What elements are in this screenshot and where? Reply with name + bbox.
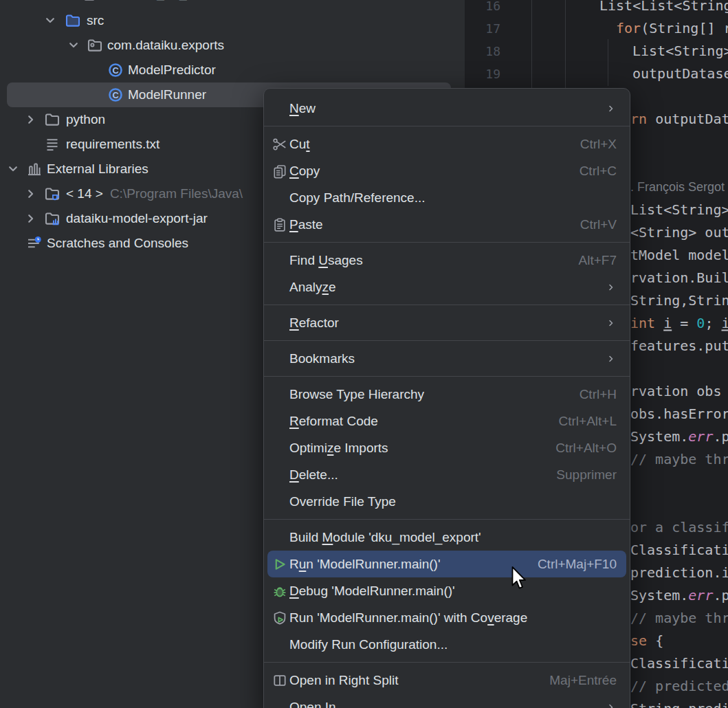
chevron-down-icon[interactable] xyxy=(43,8,58,33)
menu-item-open-in-right-split[interactable]: Open in Right SplitMaj+Entrée xyxy=(267,667,626,694)
code-token: // maybe thr xyxy=(630,451,728,467)
tree-item-label: < 14 >C:\Program Files\Java\ xyxy=(66,181,243,206)
chevron-right-icon[interactable] xyxy=(23,206,38,231)
code-line: or a classif xyxy=(630,516,728,539)
tree-item-pokemon-for-scoring-csv[interactable]: pokemon_for_scoring.csv xyxy=(0,0,465,5)
folder-src-icon xyxy=(65,8,81,33)
menu-item-browse-type-hierarchy[interactable]: Browse Type HierarchyCtrl+H xyxy=(267,381,626,408)
code-line: Classificati xyxy=(630,652,728,675)
code-line: System.err.p xyxy=(630,584,728,607)
menu-item-shortcut: Ctrl+Alt+L xyxy=(559,414,617,429)
code-token: se xyxy=(630,632,647,649)
tree-label-text: ModelRunner xyxy=(128,87,206,102)
code-line: rvation obs xyxy=(630,380,728,403)
chevron-down-icon[interactable] xyxy=(5,157,21,181)
menu-item-modify-run-configuration[interactable]: Modify Run Configuration... xyxy=(267,631,626,658)
code-line: String predi xyxy=(630,698,728,708)
code-token: features.put xyxy=(630,338,728,354)
line-number[interactable]: 19 xyxy=(465,67,500,81)
menu-separator xyxy=(264,515,630,524)
menu-item-copy[interactable]: CopyCtrl+C xyxy=(267,157,626,184)
code-line: List<String> xyxy=(630,199,728,221)
class-icon: C xyxy=(107,58,124,82)
code-line: se { xyxy=(630,630,663,652)
menu-item-new[interactable]: New xyxy=(267,95,626,122)
menu-item-cut[interactable]: CutCtrl+X xyxy=(267,131,626,157)
scissors-icon xyxy=(272,137,287,152)
menu-item-shortcut: Ctrl+Alt+O xyxy=(555,441,617,456)
line-number[interactable]: 17 xyxy=(465,21,500,36)
menu-item-override-file-type[interactable]: Override File Type xyxy=(267,488,626,515)
chevron-right-icon[interactable] xyxy=(23,107,38,132)
menu-item-shortcut: Maj+Entrée xyxy=(549,673,617,688)
menu-item-find-usages[interactable]: Find UsagesAlt+F7 xyxy=(267,247,626,274)
line-number[interactable]: 16 xyxy=(465,0,500,13)
menu-item-paste[interactable]: PasteCtrl+V xyxy=(267,211,626,238)
code-line: for(String[] row xyxy=(616,17,728,40)
menu-item-optimize-imports[interactable]: Optimize ImportsCtrl+Alt+O xyxy=(267,434,626,461)
split-icon xyxy=(272,673,287,688)
tree-item-label: pokemon_for_scoring.csv xyxy=(103,0,252,5)
chevron-down-icon[interactable] xyxy=(66,33,81,58)
menu-item-delete[interactable]: Delete...Supprimer xyxy=(267,461,626,488)
tree-label-text: requirements.txt xyxy=(66,137,159,152)
code-token: .p xyxy=(713,587,728,604)
menu-item-bookmarks[interactable]: Bookmarks xyxy=(267,345,626,372)
file-icon xyxy=(81,0,98,5)
menu-item-run-modelrunner-main-with-coverage[interactable]: Run 'ModelRunner.main()' with Coverage xyxy=(267,604,626,631)
menu-separator xyxy=(264,122,630,131)
menu-item-copy-path-reference[interactable]: Copy Path/Reference... xyxy=(267,184,626,211)
tree-item-label: External Libraries xyxy=(47,157,148,181)
menu-item-label: Delete... xyxy=(289,467,338,483)
tree-item-label: com.dataiku.exports xyxy=(107,33,224,58)
tree-item-com-dataiku-exports[interactable]: com.dataiku.exports xyxy=(0,33,465,58)
tree-item-path: C:\Program Files\Java\ xyxy=(110,186,243,201)
menu-item-label: Debug 'ModelRunner.main()' xyxy=(289,584,455,599)
menu-item-open-in[interactable]: Open In xyxy=(267,694,626,708)
chevron-right-icon[interactable] xyxy=(23,181,38,206)
code-token: List<String> xyxy=(632,43,728,59)
tree-label-text: ModelPredictor xyxy=(128,63,216,78)
code-line: <String> out xyxy=(630,221,728,244)
menu-item-debug-modelrunner-main[interactable]: Debug 'ModelRunner.main()' xyxy=(267,577,626,604)
code-line: // maybe thr xyxy=(630,448,728,471)
ide-window: pokemon_for_scoring.csvsrccom.dataiku.ex… xyxy=(0,0,728,708)
code-line: tModel model xyxy=(630,244,728,267)
menu-separator xyxy=(264,238,630,247)
menu-item-label: Build Module 'dku_model_export' xyxy=(289,530,481,545)
tree-label-text: src xyxy=(87,13,104,28)
menu-item-reformat-code[interactable]: Reformat CodeCtrl+Alt+L xyxy=(267,408,626,434)
tree-item-label: Scratches and Consoles xyxy=(47,231,188,256)
menu-item-refactor[interactable]: Refactor xyxy=(267,309,626,336)
package-icon xyxy=(87,33,103,58)
code-token: (String[] row xyxy=(641,20,728,36)
code-token: List<String> xyxy=(630,201,728,218)
code-line: prediction.i xyxy=(630,562,728,584)
debug-icon xyxy=(272,584,287,599)
class-icon: C xyxy=(107,82,124,107)
tree-item-modelpredictor[interactable]: CModelPredictor xyxy=(0,58,465,82)
code-token: 0 xyxy=(696,315,705,331)
menu-item-label: Cut xyxy=(289,137,310,152)
code-line: Classificati xyxy=(630,539,728,562)
textfile-icon xyxy=(44,132,60,157)
code-token: outputDat xyxy=(647,111,728,127)
tree-item-src[interactable]: src xyxy=(0,8,465,33)
code-token: i xyxy=(663,315,672,331)
menu-item-analyze[interactable]: Analyze xyxy=(267,274,626,300)
code-token: rn xyxy=(630,111,647,127)
submenu-arrow-icon xyxy=(606,702,617,708)
code-token: System. xyxy=(630,587,688,604)
menu-item-label: Run 'ModelRunner.main()' xyxy=(289,557,441,572)
menu-item-build-module-dku-model-export[interactable]: Build Module 'dku_model_export' xyxy=(267,524,626,551)
code-token: outputDataset xyxy=(632,65,728,82)
menu-item-run-modelrunner-main[interactable]: Run 'ModelRunner.main()'Ctrl+Maj+F10 xyxy=(267,551,626,577)
code-line: System.err.p xyxy=(630,425,728,448)
tree-item-label: src xyxy=(87,8,104,33)
tree-label-text: com.dataiku.exports xyxy=(107,38,224,53)
menu-item-label: Bookmarks xyxy=(289,351,355,366)
menu-item-shortcut: Alt+F7 xyxy=(579,253,617,268)
code-token: prediction.i xyxy=(630,564,728,581)
code-token: tModel model xyxy=(630,247,728,263)
line-number[interactable]: 18 xyxy=(465,44,500,58)
